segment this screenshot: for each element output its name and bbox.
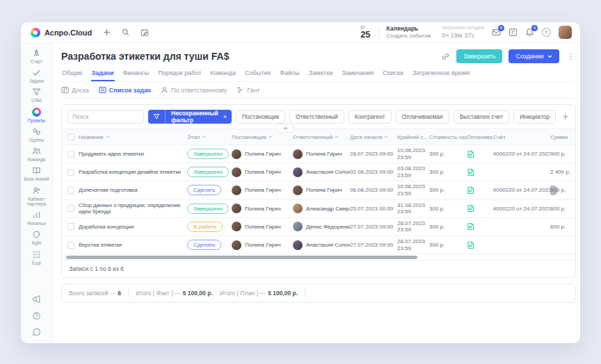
filter-funnel-icon[interactable]	[148, 110, 166, 124]
task-name[interactable]: Разработка концепции дизайна этикетки	[79, 167, 187, 177]
row-checkbox[interactable]	[67, 205, 74, 212]
quick-note-icon[interactable]	[141, 28, 149, 37]
tab-zametki[interactable]: Заметки	[308, 67, 333, 81]
add-icon[interactable]	[103, 28, 111, 36]
copy-link-icon[interactable]	[441, 52, 450, 61]
create-button[interactable]: Создание	[508, 49, 559, 63]
user-avatar[interactable]	[559, 26, 572, 39]
row-checkbox[interactable]	[67, 169, 74, 176]
col-invoice[interactable]: Счёт	[493, 134, 550, 140]
col-paid[interactable]: Оплачива...	[467, 134, 493, 140]
table-row[interactable]: Допечатная подготовка Сделать Полина Гир…	[62, 181, 575, 199]
paid-icon	[467, 202, 493, 215]
sidebar-item-more[interactable]: Ещё	[22, 248, 51, 267]
sum: 600 р.	[550, 204, 576, 214]
calendar-date[interactable]: Вт 25	[360, 26, 370, 40]
table-row[interactable]: Разработка концепции дизайна этикетки За…	[62, 163, 575, 181]
bookmark-icon[interactable]	[575, 113, 576, 121]
stage-badge[interactable]: Завершено	[187, 204, 229, 214]
complete-button[interactable]: Завершить	[456, 49, 502, 63]
calendar-shortcut[interactable]: Календарь Создать событие	[387, 25, 431, 40]
task-name[interactable]: Сбор данных о продукции, определение иде…	[79, 200, 187, 217]
sidebar-item-agile[interactable]: Agile	[22, 228, 51, 247]
stage-badge[interactable]: Сделать	[187, 240, 221, 250]
row-checkbox[interactable]	[67, 242, 74, 249]
sum: 600 р.	[550, 222, 576, 232]
tab-zadachi[interactable]: Задачи	[91, 67, 115, 81]
sidebar-item-projects[interactable]: Проекты	[22, 106, 51, 125]
chip-kontragent[interactable]: Контрагент	[348, 110, 392, 124]
view-by-assignee[interactable]: По ответственному	[161, 86, 227, 94]
sidebar-item-team[interactable]: Команда	[22, 144, 51, 164]
row-checkbox[interactable]	[67, 223, 74, 230]
bell-icon[interactable]: 4	[525, 28, 534, 37]
tab-sobytiya[interactable]: События	[244, 67, 271, 81]
sidebar-item-start[interactable]: Старт	[22, 47, 51, 66]
table-row[interactable]: Верстка этикетки Сделать Полина Гирич Ан…	[62, 236, 575, 254]
task-name[interactable]: Доработка концепции	[79, 222, 187, 232]
col-assignee[interactable]: Ответственный	[293, 134, 350, 140]
clear-filter-icon[interactable]: ×	[223, 113, 232, 120]
sidebar-item-finance[interactable]: Финансы	[22, 208, 51, 228]
support-chat-icon[interactable]	[32, 311, 41, 320]
collapse-header-pill[interactable]	[276, 124, 294, 133]
stage-badge[interactable]: Завершено	[187, 167, 229, 177]
scrollbar-thumb[interactable]	[66, 256, 417, 259]
brand[interactable]: Аспро.Cloud	[31, 28, 92, 38]
sidebar-item-crm[interactable]: CRM	[22, 85, 51, 105]
tab-obschie[interactable]: Общие	[61, 67, 83, 81]
view-board[interactable]: Доска	[61, 86, 89, 94]
add-filter-icon[interactable]	[562, 113, 569, 120]
col-stage[interactable]: Этап	[187, 134, 232, 140]
search-icon[interactable]	[122, 28, 129, 36]
chip-oplachivaemaya[interactable]: Оплачиваемая	[396, 110, 449, 124]
stage-badge[interactable]: В работе	[187, 222, 223, 232]
active-filter-pill[interactable]: Несохраненный фильтр ×	[148, 110, 232, 124]
view-gantt[interactable]: Гант	[237, 86, 259, 94]
select-all-checkbox[interactable]	[67, 133, 74, 140]
col-sum[interactable]: Сумма	[550, 134, 576, 140]
col-start-date[interactable]: Дата начала	[350, 134, 397, 140]
table-row[interactable]: Доработка концепции В работе Полина Гири…	[62, 218, 575, 236]
task-name[interactable]: Продумать идею этикетки	[79, 149, 187, 159]
search-input[interactable]	[67, 110, 144, 124]
more-menu-icon[interactable]: ⋮	[566, 52, 576, 61]
task-name[interactable]: Допечатная подготовка	[79, 185, 187, 195]
col-hour-rate[interactable]: Стоимость часа	[429, 134, 467, 140]
col-name[interactable]: Название	[79, 134, 187, 140]
tab-zatrachennoe-vremya[interactable]: Затраченное время	[412, 67, 470, 81]
table-row[interactable]: Сбор данных о продукции, определение иде…	[62, 200, 575, 218]
row-checkbox[interactable]	[67, 151, 74, 158]
tab-poryadok-rabot[interactable]: Порядок работ	[157, 67, 202, 81]
funnel-icon	[32, 88, 41, 97]
tab-komanda[interactable]: Команда	[209, 67, 237, 81]
sidebar-item-partner-cabinet[interactable]: Кабинет партнера	[22, 184, 51, 208]
tab-zamechaniya[interactable]: Замечания	[341, 67, 374, 81]
sidebar-item-knowledge-base[interactable]: База знаний	[22, 164, 51, 183]
announcement-icon[interactable]	[32, 295, 41, 304]
sum: 900 р.	[550, 149, 576, 159]
col-author[interactable]: Постановщик	[232, 134, 293, 140]
table-row[interactable]: Продумать идею этикетки Завершено Полина…	[62, 145, 575, 163]
chip-postanovschik[interactable]: Постановщик	[236, 110, 285, 124]
chat-bubble-icon[interactable]	[32, 328, 41, 337]
col-deadline[interactable]: Крайний с...	[397, 134, 429, 140]
tab-faily[interactable]: Файлы	[279, 67, 300, 81]
time-tracker[interactable]: Затрачено сегодня 0ч 19м 37с	[442, 25, 484, 40]
notes-icon[interactable]	[508, 28, 518, 37]
row-checkbox[interactable]	[67, 187, 74, 194]
view-task-list[interactable]: Список задач	[99, 86, 151, 94]
chip-initsiator[interactable]: Инициатор	[513, 110, 556, 124]
task-name[interactable]: Верстка этикетки	[79, 240, 187, 250]
stage-badge[interactable]: Сделать	[187, 185, 221, 195]
finance-icon	[32, 210, 41, 220]
tab-finansy[interactable]: Финансы	[122, 67, 150, 81]
chip-vystavlen-schet[interactable]: Выставлен счет	[454, 110, 510, 124]
sidebar-item-tasks[interactable]: Задачи	[22, 66, 51, 85]
stage-badge[interactable]: Завершено	[187, 149, 229, 159]
help-icon[interactable]: ?	[542, 28, 551, 37]
mail-icon[interactable]: 6	[492, 28, 501, 37]
sidebar-item-groups[interactable]: Группы	[22, 125, 51, 144]
chip-otvetstvennyi[interactable]: Ответственный	[289, 110, 344, 124]
tab-spiski[interactable]: Списки	[382, 67, 404, 81]
